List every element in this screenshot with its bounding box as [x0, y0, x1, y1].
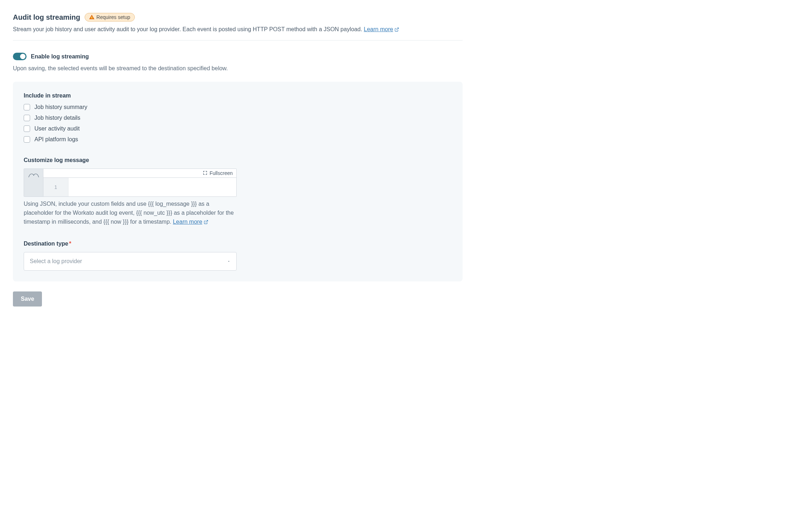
checkbox-job-history-summary[interactable]: [24, 104, 30, 110]
editor-sidebar: [24, 169, 43, 196]
page-description: Stream your job history and user activit…: [13, 25, 463, 34]
toggle-helper-text: Upon saving, the selected events will be…: [13, 65, 463, 72]
checkbox-user-activity-audit[interactable]: [24, 125, 30, 132]
external-link-icon: [394, 27, 399, 32]
svg-point-1: [91, 18, 92, 18]
checkbox-label: Job history details: [34, 115, 80, 121]
chevron-down-icon: [227, 260, 231, 263]
checkbox-label: Job history summary: [34, 104, 87, 110]
editor-textarea[interactable]: [68, 178, 236, 196]
divider: [13, 40, 463, 41]
destination-type-select[interactable]: Select a log provider: [24, 252, 237, 271]
svg-line-3: [205, 220, 208, 222]
toggle-knob: [20, 54, 25, 59]
page-title: Audit log streaming: [13, 13, 80, 22]
fullscreen-icon: [203, 170, 207, 176]
external-link-icon: [204, 220, 208, 224]
toggle-label: Enable log streaming: [31, 53, 89, 60]
badge-label: Requires setup: [96, 14, 130, 20]
include-section-title: Include in stream: [24, 92, 452, 99]
requires-setup-badge: Requires setup: [85, 13, 135, 22]
line-number-gutter: 1: [43, 178, 68, 196]
customize-section-title: Customize log message: [24, 157, 452, 163]
warning-icon: [89, 15, 94, 20]
learn-more-link[interactable]: Learn more: [364, 26, 399, 32]
settings-panel: Include in stream Job history summary Jo…: [13, 82, 463, 281]
required-indicator: *: [69, 241, 71, 247]
checkbox-job-history-details[interactable]: [24, 115, 30, 121]
select-placeholder: Select a log provider: [30, 258, 82, 265]
customize-help-text: Using JSON, include your custom fields a…: [24, 200, 237, 226]
destination-section-title: Destination type*: [24, 241, 452, 247]
enable-streaming-toggle[interactable]: [13, 53, 27, 60]
customize-learn-more-link[interactable]: Learn more: [173, 219, 208, 225]
svg-line-2: [397, 28, 399, 30]
save-button[interactable]: Save: [13, 291, 42, 307]
checkbox-api-platform-logs[interactable]: [24, 136, 30, 143]
checkbox-label: User activity audit: [34, 125, 80, 132]
brace-icon: [28, 172, 39, 180]
fullscreen-button[interactable]: Fullscreen: [203, 170, 233, 176]
checkbox-label: API platform logs: [34, 136, 78, 143]
json-editor: Fullscreen 1: [24, 168, 237, 197]
